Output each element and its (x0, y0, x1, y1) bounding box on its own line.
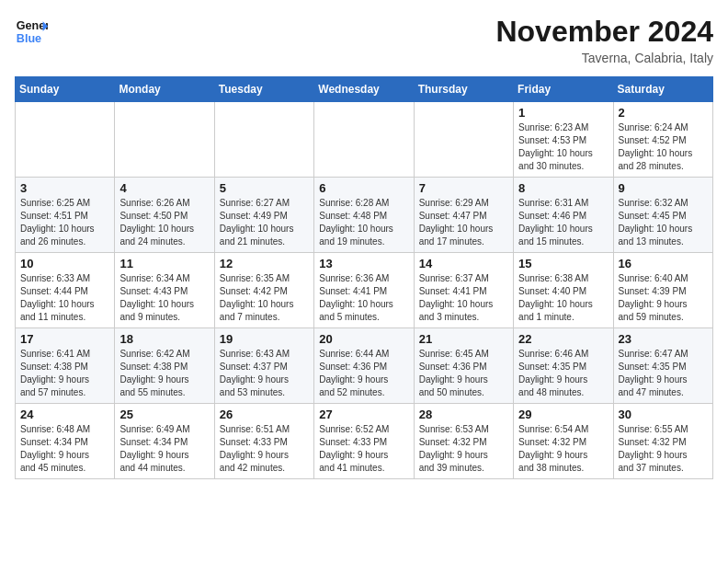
day-number: 19 (220, 332, 309, 346)
day-info: Sunrise: 6:33 AM Sunset: 4:44 PM Dayligh… (20, 272, 109, 324)
day-info: Sunrise: 6:46 AM Sunset: 4:35 PM Dayligh… (518, 348, 608, 399)
calendar-cell: 12Sunrise: 6:35 AM Sunset: 4:42 PM Dayli… (214, 253, 313, 328)
day-info: Sunrise: 6:32 AM Sunset: 4:45 PM Dayligh… (619, 197, 708, 248)
day-number: 7 (419, 181, 508, 195)
day-info: Sunrise: 6:48 AM Sunset: 4:34 PM Dayligh… (20, 423, 109, 475)
day-number: 23 (619, 332, 708, 346)
day-number: 6 (319, 181, 408, 195)
day-number: 5 (220, 181, 309, 195)
week-row-2: 3Sunrise: 6:25 AM Sunset: 4:51 PM Daylig… (16, 178, 713, 253)
day-number: 14 (419, 257, 508, 270)
logo: General Blue (15, 15, 48, 48)
calendar-cell: 14Sunrise: 6:37 AM Sunset: 4:41 PM Dayli… (414, 253, 513, 328)
day-info: Sunrise: 6:49 AM Sunset: 4:34 PM Dayligh… (119, 423, 209, 475)
calendar-cell: 24Sunrise: 6:48 AM Sunset: 4:34 PM Dayli… (16, 404, 115, 479)
day-info: Sunrise: 6:44 AM Sunset: 4:36 PM Dayligh… (319, 348, 408, 399)
day-info: Sunrise: 6:35 AM Sunset: 4:42 PM Dayligh… (220, 272, 309, 324)
calendar-cell: 11Sunrise: 6:34 AM Sunset: 4:43 PM Dayli… (115, 253, 214, 328)
calendar-cell: 27Sunrise: 6:52 AM Sunset: 4:33 PM Dayli… (314, 404, 414, 479)
day-info: Sunrise: 6:29 AM Sunset: 4:47 PM Dayligh… (419, 197, 508, 248)
day-info: Sunrise: 6:24 AM Sunset: 4:52 PM Dayligh… (619, 121, 708, 173)
calendar-cell: 5Sunrise: 6:27 AM Sunset: 4:49 PM Daylig… (214, 178, 313, 253)
day-number: 13 (319, 257, 408, 270)
week-row-3: 10Sunrise: 6:33 AM Sunset: 4:44 PM Dayli… (16, 253, 713, 328)
calendar-cell: 9Sunrise: 6:32 AM Sunset: 4:45 PM Daylig… (613, 178, 712, 253)
day-number: 30 (619, 408, 708, 421)
calendar-cell: 23Sunrise: 6:47 AM Sunset: 4:35 PM Dayli… (613, 328, 712, 404)
calendar-cell: 6Sunrise: 6:28 AM Sunset: 4:48 PM Daylig… (314, 178, 414, 253)
header: General Blue November 2024 Taverna, Cala… (15, 15, 713, 65)
day-number: 24 (20, 408, 109, 421)
weekday-header-monday: Monday (115, 77, 214, 102)
day-info: Sunrise: 6:37 AM Sunset: 4:41 PM Dayligh… (419, 272, 508, 324)
calendar-cell: 15Sunrise: 6:38 AM Sunset: 4:40 PM Dayli… (514, 253, 613, 328)
day-info: Sunrise: 6:53 AM Sunset: 4:32 PM Dayligh… (419, 423, 508, 475)
day-number: 1 (518, 106, 608, 120)
day-number: 17 (20, 332, 109, 346)
weekday-header-sunday: Sunday (16, 77, 115, 102)
day-info: Sunrise: 6:31 AM Sunset: 4:46 PM Dayligh… (518, 197, 608, 248)
calendar-cell: 28Sunrise: 6:53 AM Sunset: 4:32 PM Dayli… (414, 404, 513, 479)
day-number: 9 (619, 181, 708, 195)
week-row-4: 17Sunrise: 6:41 AM Sunset: 4:38 PM Dayli… (16, 328, 713, 404)
day-number: 11 (119, 257, 209, 270)
day-info: Sunrise: 6:38 AM Sunset: 4:40 PM Dayligh… (518, 272, 608, 324)
month-title: November 2024 (495, 15, 713, 49)
day-info: Sunrise: 6:43 AM Sunset: 4:37 PM Dayligh… (220, 348, 309, 399)
calendar-cell (16, 102, 115, 178)
day-number: 4 (119, 181, 209, 195)
weekday-header-wednesday: Wednesday (314, 77, 414, 102)
weekday-header-thursday: Thursday (414, 77, 513, 102)
day-number: 18 (119, 332, 209, 346)
day-number: 20 (319, 332, 408, 346)
day-number: 10 (20, 257, 109, 270)
day-info: Sunrise: 6:28 AM Sunset: 4:48 PM Dayligh… (319, 197, 408, 248)
calendar-cell: 21Sunrise: 6:45 AM Sunset: 4:36 PM Dayli… (414, 328, 513, 404)
calendar-cell: 30Sunrise: 6:55 AM Sunset: 4:32 PM Dayli… (613, 404, 712, 479)
day-number: 2 (619, 106, 708, 120)
title-area: November 2024 Taverna, Calabria, Italy (495, 15, 713, 65)
calendar-cell: 4Sunrise: 6:26 AM Sunset: 4:50 PM Daylig… (115, 178, 214, 253)
calendar-cell: 29Sunrise: 6:54 AM Sunset: 4:32 PM Dayli… (514, 404, 613, 479)
day-number: 15 (518, 257, 608, 270)
calendar-cell (414, 102, 513, 178)
calendar-cell: 1Sunrise: 6:23 AM Sunset: 4:53 PM Daylig… (514, 102, 613, 178)
day-info: Sunrise: 6:47 AM Sunset: 4:35 PM Dayligh… (619, 348, 708, 399)
weekday-header-tuesday: Tuesday (214, 77, 313, 102)
day-number: 3 (20, 181, 109, 195)
day-number: 25 (119, 408, 209, 421)
day-info: Sunrise: 6:25 AM Sunset: 4:51 PM Dayligh… (20, 197, 109, 248)
day-info: Sunrise: 6:40 AM Sunset: 4:39 PM Dayligh… (619, 272, 708, 324)
calendar-cell: 25Sunrise: 6:49 AM Sunset: 4:34 PM Dayli… (115, 404, 214, 479)
calendar-cell: 8Sunrise: 6:31 AM Sunset: 4:46 PM Daylig… (514, 178, 613, 253)
calendar-cell (115, 102, 214, 178)
week-row-5: 24Sunrise: 6:48 AM Sunset: 4:34 PM Dayli… (16, 404, 713, 479)
day-number: 16 (619, 257, 708, 270)
calendar-cell: 7Sunrise: 6:29 AM Sunset: 4:47 PM Daylig… (414, 178, 513, 253)
calendar-cell: 19Sunrise: 6:43 AM Sunset: 4:37 PM Dayli… (214, 328, 313, 404)
day-number: 12 (220, 257, 309, 270)
calendar-cell: 13Sunrise: 6:36 AM Sunset: 4:41 PM Dayli… (314, 253, 414, 328)
weekday-header-friday: Friday (514, 77, 613, 102)
day-info: Sunrise: 6:36 AM Sunset: 4:41 PM Dayligh… (319, 272, 408, 324)
day-number: 22 (518, 332, 608, 346)
day-info: Sunrise: 6:41 AM Sunset: 4:38 PM Dayligh… (20, 348, 109, 399)
day-number: 21 (419, 332, 508, 346)
calendar-cell: 10Sunrise: 6:33 AM Sunset: 4:44 PM Dayli… (16, 253, 115, 328)
day-info: Sunrise: 6:52 AM Sunset: 4:33 PM Dayligh… (319, 423, 408, 475)
calendar-cell: 3Sunrise: 6:25 AM Sunset: 4:51 PM Daylig… (16, 178, 115, 253)
calendar-cell: 20Sunrise: 6:44 AM Sunset: 4:36 PM Dayli… (314, 328, 414, 404)
weekday-header-row: SundayMondayTuesdayWednesdayThursdayFrid… (16, 77, 713, 102)
day-info: Sunrise: 6:34 AM Sunset: 4:43 PM Dayligh… (119, 272, 209, 324)
weekday-header-saturday: Saturday (613, 77, 712, 102)
calendar-cell: 16Sunrise: 6:40 AM Sunset: 4:39 PM Dayli… (613, 253, 712, 328)
day-info: Sunrise: 6:54 AM Sunset: 4:32 PM Dayligh… (518, 423, 608, 475)
day-info: Sunrise: 6:45 AM Sunset: 4:36 PM Dayligh… (419, 348, 508, 399)
day-number: 26 (220, 408, 309, 421)
calendar-cell: 18Sunrise: 6:42 AM Sunset: 4:38 PM Dayli… (115, 328, 214, 404)
day-number: 29 (518, 408, 608, 421)
calendar-cell: 2Sunrise: 6:24 AM Sunset: 4:52 PM Daylig… (613, 102, 712, 178)
day-number: 28 (419, 408, 508, 421)
day-info: Sunrise: 6:26 AM Sunset: 4:50 PM Dayligh… (119, 197, 209, 248)
day-number: 27 (319, 408, 408, 421)
